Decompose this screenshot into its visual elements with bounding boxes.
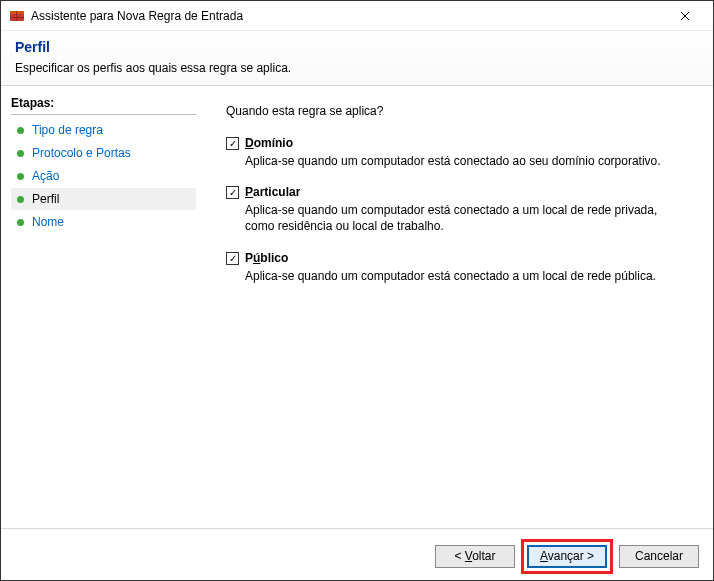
step-label: Nome bbox=[32, 215, 64, 229]
profile-checkbox-1[interactable]: ✓ bbox=[226, 186, 239, 199]
cancel-button[interactable]: Cancelar bbox=[619, 545, 699, 568]
profile-row-1: ✓Particular bbox=[226, 185, 687, 199]
steps-divider bbox=[11, 114, 196, 115]
step-bullet-icon bbox=[17, 173, 24, 180]
profile-desc-1: Aplica-se quando um computador está cone… bbox=[245, 202, 675, 234]
profile-checkbox-0[interactable]: ✓ bbox=[226, 137, 239, 150]
profile-desc-2: Aplica-se quando um computador está cone… bbox=[245, 268, 675, 284]
step-item-3[interactable]: Perfil bbox=[11, 188, 196, 210]
close-button[interactable] bbox=[665, 2, 705, 30]
step-item-2[interactable]: Ação bbox=[11, 165, 196, 187]
profile-label-1: Particular bbox=[245, 185, 300, 199]
profiles-list: ✓DomínioAplica-se quando um computador e… bbox=[226, 136, 687, 284]
step-bullet-icon bbox=[17, 127, 24, 134]
step-item-4[interactable]: Nome bbox=[11, 211, 196, 233]
next-button-highlight: Avançar > bbox=[521, 539, 613, 574]
step-label: Protocolo e Portas bbox=[32, 146, 131, 160]
back-button[interactable]: < Voltar bbox=[435, 545, 515, 568]
step-label: Ação bbox=[32, 169, 59, 183]
title-bar: Assistente para Nova Regra de Entrada bbox=[1, 1, 713, 31]
window-title: Assistente para Nova Regra de Entrada bbox=[31, 9, 665, 23]
close-icon bbox=[680, 11, 690, 21]
profile-row-2: ✓Público bbox=[226, 251, 687, 265]
profile-row-0: ✓Domínio bbox=[226, 136, 687, 150]
step-label: Perfil bbox=[32, 192, 59, 206]
wizard-header: Perfil Especificar os perfis aos quais e… bbox=[1, 31, 713, 86]
firewall-icon bbox=[9, 8, 25, 24]
steps-sidebar: Etapas: Tipo de regraProtocolo e PortasA… bbox=[1, 86, 196, 528]
step-bullet-icon bbox=[17, 219, 24, 226]
step-item-1[interactable]: Protocolo e Portas bbox=[11, 142, 196, 164]
button-bar: < Voltar Avançar > Cancelar bbox=[1, 528, 713, 581]
back-button-label: < Voltar bbox=[454, 549, 495, 563]
next-button-label: Avançar > bbox=[540, 549, 594, 563]
next-button[interactable]: Avançar > bbox=[527, 545, 607, 568]
step-bullet-icon bbox=[17, 150, 24, 157]
profile-question: Quando esta regra se aplica? bbox=[226, 104, 687, 118]
steps-heading: Etapas: bbox=[11, 96, 196, 110]
main-area: Etapas: Tipo de regraProtocolo e PortasA… bbox=[1, 86, 713, 528]
page-title: Perfil bbox=[15, 39, 699, 55]
step-bullet-icon bbox=[17, 196, 24, 203]
profile-label-0: Domínio bbox=[245, 136, 293, 150]
step-item-0[interactable]: Tipo de regra bbox=[11, 119, 196, 141]
cancel-button-label: Cancelar bbox=[635, 549, 683, 563]
step-label: Tipo de regra bbox=[32, 123, 103, 137]
profile-desc-0: Aplica-se quando um computador está cone… bbox=[245, 153, 675, 169]
svg-rect-3 bbox=[16, 11, 17, 21]
page-subtitle: Especificar os perfis aos quais essa reg… bbox=[15, 61, 699, 75]
profile-checkbox-2[interactable]: ✓ bbox=[226, 252, 239, 265]
profile-label-2: Público bbox=[245, 251, 288, 265]
steps-list: Tipo de regraProtocolo e PortasAçãoPerfi… bbox=[11, 119, 196, 233]
content-panel: Quando esta regra se aplica? ✓DomínioApl… bbox=[196, 86, 713, 528]
